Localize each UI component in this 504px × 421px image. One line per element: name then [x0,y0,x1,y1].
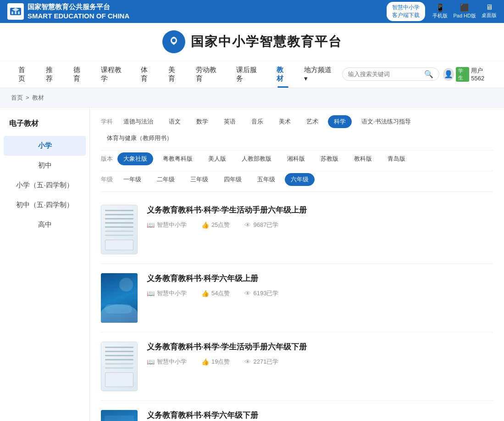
filter-subject-moral[interactable]: 道德与法治 [117,115,159,128]
search-icon[interactable]: 🔍 [424,70,433,79]
nav-item-home[interactable]: 首页 [11,61,39,88]
nav-item-course[interactable]: 课程教学 [94,61,134,88]
platform-name-text: 国家中小学智慧教育平台 [191,33,342,51]
book-meta-3: 📖 智慧中小学 👍 19点赞 👁 2271已学 [147,358,493,366]
book-cover-2[interactable] [101,273,138,323]
grade-filter-label: 年级 [101,175,114,184]
user-name-text: 用户5562 [471,67,493,82]
filter-edition-jiaokejiao[interactable]: 教科版 [348,152,378,165]
desktop-link[interactable]: 🖥 桌面版 [482,3,497,19]
svg-point-4 [172,39,176,42]
book-title-2[interactable]: 义务教育教科书·科学六年级上册 [147,273,493,284]
filter-grade-5[interactable]: 五年级 [251,173,281,186]
grade-filter-row: 年级 一年级 二年级 三年级 四年级 五年级 六年级 [101,173,493,186]
desktop-label: 桌面版 [482,12,497,18]
book-learned-label-1: 9687已学 [253,221,278,229]
nav-item-sports[interactable]: 体育 [133,61,161,88]
filter-subject-english[interactable]: 英语 [218,115,242,128]
filter-subject-chinese[interactable]: 语文 [163,115,187,128]
sidebar-item-high[interactable]: 高中 [0,215,89,235]
filter-grade-1[interactable]: 一年级 [117,173,147,186]
eye-icon-2: 👁 [244,290,251,297]
filter-edition-xiangjiao[interactable]: 湘科版 [281,152,311,165]
svg-rect-3 [18,11,20,14]
filter-edition-qingdao[interactable]: 青岛版 [382,152,411,165]
filter-edition-sujiao[interactable]: 苏教版 [315,152,344,165]
book-cover-1[interactable] [101,205,138,254]
search-input[interactable] [348,71,421,78]
book-learned-label-3: 2271已学 [253,358,278,366]
book-info-4: 义务教育教科书·科学六年级下册 📖 智慧中小学 👍 13点赞 👁 3721 [147,410,493,421]
filter-grade-3[interactable]: 三年级 [184,173,214,186]
filter-subject-art3[interactable]: 艺术 [300,115,324,128]
filter-grade-4[interactable]: 四年级 [218,173,248,186]
book-title-4[interactable]: 义务教育教科书·科学六年级下册 [147,410,493,421]
main-header: 国家中小学智慧教育平台 首页 推荐 德育 课程教学 体育 美育 劳动教育 课后服… [0,23,504,88]
filter-edition-meirenjiao[interactable]: 美人版 [202,152,232,165]
filter-divider-1 [101,150,493,151]
breadcrumb-current: 教材 [32,94,44,102]
filter-edition-renjiaobu[interactable]: 人教部教版 [236,152,277,165]
logo-title: 国家智慧教育公共服务平台 [28,2,129,11]
book-likes-2: 👍 54点赞 [201,289,230,298]
book-publisher-1: 📖 智慧中小学 [147,221,187,229]
sidebar-title: 电子教材 [0,115,89,136]
mobile-link[interactable]: 📱 手机版 [432,3,448,19]
filter-subject-science[interactable]: 科学 [328,115,352,128]
nav-item-moral[interactable]: 德育 [66,61,94,88]
book-icon-1: 📖 [147,221,155,229]
book-title-3[interactable]: 义务教育教科书·科学·学生活动手册六年级下册 [147,342,493,353]
sidebar-item-primary54[interactable]: 小学（五·四学制） [0,175,89,195]
user-area[interactable]: 👤 学生 用户5562 [443,67,493,82]
filter-grade-6[interactable]: 六年级 [285,173,315,186]
book-publisher-label-3: 智慧中小学 [157,358,187,366]
mobile-icon: 📱 [432,3,448,12]
filter-subject-chinese-writing[interactable]: 语文·书法练习指导 [355,115,417,128]
book-publisher-3: 📖 智慧中小学 [147,358,187,366]
like-icon-3: 👍 [201,358,209,365]
edition-filter-row: 版本 大象社版 粤教粤科版 美人版 人教部教版 湘科版 苏教版 教科版 青岛版 [101,152,493,165]
platform-title-area: 国家中小学智慧教育平台 [0,30,504,61]
book-cover-3[interactable] [101,342,138,391]
top-bar: 国家智慧教育公共服务平台 SMART EDUCATION OF CHINA 智慧… [0,0,504,23]
svg-rect-1 [11,11,13,14]
filter-subject-art2[interactable]: 美术 [273,115,297,128]
book-publisher-label-2: 智慧中小学 [157,289,187,298]
nav-item-recommend[interactable]: 推荐 [39,61,66,88]
edition-filter-label: 版本 [101,155,114,163]
nav-item-art[interactable]: 美育 [161,61,188,88]
book-item: 义务教育教科书·科学·学生活动手册六年级上册 📖 智慧中小学 👍 25点赞 👁 [101,196,493,264]
nav-item-textbook[interactable]: 教材 [269,61,297,88]
book-cover-4[interactable] [101,410,138,421]
breadcrumb-home[interactable]: 首页 [11,94,23,102]
filter-grade-2[interactable]: 二年级 [151,173,181,186]
book-title-1[interactable]: 义务教育教科书·科学·学生活动手册六年级上册 [147,205,493,216]
sidebar-item-middle54[interactable]: 初中（五·四学制） [0,195,89,215]
book-likes-1: 👍 25点赞 [201,221,230,229]
sidebar-item-primary[interactable]: 小学 [4,136,86,156]
book-learned-label-2: 6193已学 [253,289,278,298]
filter-edition-yujiao[interactable]: 粤教粤科版 [157,152,199,165]
sidebar-item-middle[interactable]: 初中 [0,156,89,175]
filter-edition-daxiang[interactable]: 大象社版 [117,152,153,165]
eye-icon-1: 👁 [244,221,251,229]
nav-item-regional[interactable]: 地方频道 ▾ [297,61,342,88]
download-button[interactable]: 智慧中小学客户端下载 [387,2,425,21]
nav-item-labor[interactable]: 劳动教育 [188,61,229,88]
filter-subject-music[interactable]: 音乐 [245,115,269,128]
filter-subject-math[interactable]: 数学 [190,115,214,128]
svg-rect-2 [15,11,17,14]
nav-item-afterschool[interactable]: 课后服务 [229,61,269,88]
filter-subject-pe[interactable]: 体育与健康（教师用书） [101,132,178,145]
user-level-badge: 学生 [456,67,469,82]
breadcrumb-separator: > [26,94,29,101]
search-box: 🔍 [342,67,439,81]
book-info-2: 义务教育教科书·科学六年级上册 📖 智慧中小学 👍 54点赞 👁 6193 [147,273,493,298]
content-area: 电子教材 小学 初中 小学（五·四学制） 初中（五·四学制） 高中 学科 道德与… [0,108,504,421]
like-icon-2: 👍 [201,290,209,297]
subject-filter-row: 学科 道德与法治 语文 数学 英语 音乐 美术 艺术 科学 语文·书法练习指导 … [101,115,493,145]
nav-right: 🔍 👤 学生 用户5562 [342,67,493,82]
user-avatar: 👤 [443,68,454,81]
sidebar: 电子教材 小学 初中 小学（五·四学制） 初中（五·四学制） 高中 [0,108,90,421]
pad-link[interactable]: ⬛ Pad HD版 [453,3,476,19]
